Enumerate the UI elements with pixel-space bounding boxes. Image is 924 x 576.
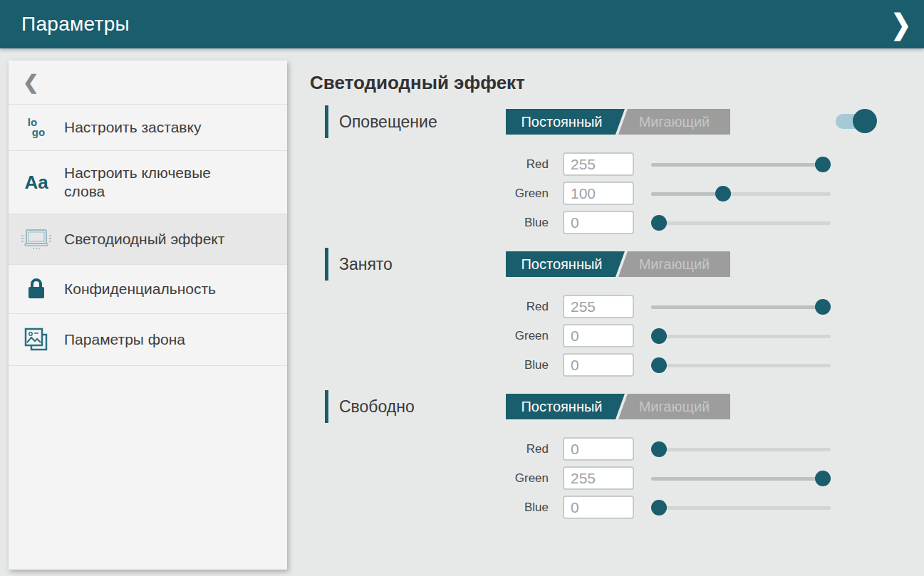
rgb-slider-group: Red Green Blue bbox=[310, 152, 924, 234]
section-accent-bar bbox=[325, 390, 328, 423]
sidebar-item-label: Конфиденциальность bbox=[64, 280, 216, 298]
led-section-list: Оповещение Постоянный Мигающий Red bbox=[310, 105, 924, 519]
rgb-slider[interactable] bbox=[651, 499, 831, 516]
mode-option-label: Постоянный bbox=[521, 256, 609, 273]
rgb-value-input[interactable] bbox=[563, 466, 634, 490]
rgb-slider-row: Green bbox=[310, 324, 924, 347]
logo-text-icon: lo go bbox=[28, 117, 45, 137]
sidebar-item-label: Настроить заставку bbox=[64, 118, 201, 137]
rgb-slider-row: Green bbox=[310, 466, 924, 490]
rgb-slider-group: Red Green Blue bbox=[310, 295, 924, 377]
slider-track[interactable] bbox=[651, 335, 831, 338]
lock-icon bbox=[26, 278, 46, 300]
mode-option-blinking[interactable]: Мигающий bbox=[618, 109, 730, 135]
mode-toggle: Постоянный Мигающий bbox=[506, 251, 730, 277]
slider-fill bbox=[651, 477, 823, 481]
led-section: Свободно Постоянный Мигающий Red Green bbox=[310, 390, 924, 519]
rgb-slider[interactable] bbox=[651, 470, 831, 487]
led-display-icon bbox=[21, 227, 52, 251]
section-accent-bar bbox=[325, 105, 328, 138]
slider-thumb[interactable] bbox=[651, 215, 667, 231]
rgb-slider-row: Blue bbox=[310, 211, 924, 234]
chevron-left-icon: ❮ bbox=[23, 71, 39, 94]
rgb-label: Blue bbox=[310, 216, 563, 230]
slider-track[interactable] bbox=[651, 448, 831, 451]
slider-thumb[interactable] bbox=[815, 157, 831, 172]
rgb-label: Green bbox=[310, 187, 563, 201]
mode-option-blinking[interactable]: Мигающий bbox=[618, 251, 730, 277]
rgb-slider-row: Blue bbox=[310, 353, 924, 377]
slider-fill bbox=[651, 163, 823, 167]
rgb-slider-row: Red bbox=[310, 295, 924, 318]
mode-option-label: Мигающий bbox=[639, 399, 710, 415]
rgb-slider[interactable] bbox=[651, 214, 831, 231]
rgb-slider[interactable] bbox=[651, 328, 831, 345]
slider-thumb[interactable] bbox=[651, 500, 667, 515]
led-effect-panel: Светодиодный эффект Оповещение Постоянны… bbox=[310, 60, 924, 576]
mode-option-label: Постоянный bbox=[521, 114, 609, 130]
rgb-value-input[interactable] bbox=[563, 353, 634, 377]
mode-option-label: Мигающий bbox=[639, 114, 710, 130]
rgb-value-input[interactable] bbox=[563, 437, 634, 461]
rgb-value-input[interactable] bbox=[563, 182, 634, 205]
rgb-label: Red bbox=[310, 442, 563, 456]
mode-option-blinking[interactable]: Мигающий bbox=[618, 394, 730, 419]
sidebar-item-2[interactable]: Светодиодный эффект bbox=[9, 214, 287, 265]
rgb-label: Blue bbox=[310, 358, 563, 372]
rgb-slider[interactable] bbox=[651, 357, 831, 374]
rgb-value-input[interactable] bbox=[563, 496, 634, 519]
slider-thumb[interactable] bbox=[715, 186, 731, 201]
rgb-slider-row: Blue bbox=[310, 496, 924, 519]
mode-option-constant[interactable]: Постоянный bbox=[506, 109, 625, 135]
back-button[interactable]: ❮ bbox=[9, 61, 287, 105]
rgb-slider-row: Green bbox=[310, 182, 924, 205]
rgb-value-input[interactable] bbox=[563, 152, 634, 176]
rgb-slider-group: Red Green Blue bbox=[310, 437, 924, 519]
sidebar-item-label: Настроить ключевые слова bbox=[64, 164, 242, 201]
rgb-label: Green bbox=[310, 471, 563, 486]
mode-toggle: Постоянный Мигающий bbox=[506, 394, 730, 419]
mode-option-label: Мигающий bbox=[639, 256, 710, 273]
led-section: Занято Постоянный Мигающий Red Green bbox=[310, 248, 924, 377]
rgb-value-input[interactable] bbox=[563, 295, 634, 318]
rgb-value-input[interactable] bbox=[563, 211, 634, 234]
led-section: Оповещение Постоянный Мигающий Red bbox=[310, 105, 924, 234]
rgb-slider[interactable] bbox=[651, 298, 831, 315]
slider-track[interactable] bbox=[651, 506, 831, 510]
mode-option-constant[interactable]: Постоянный bbox=[506, 394, 625, 419]
slider-thumb[interactable] bbox=[651, 357, 667, 373]
sidebar-item-1[interactable]: Aa Настроить ключевые слова bbox=[9, 151, 287, 214]
sidebar-item-label: Светодиодный эффект bbox=[64, 230, 224, 248]
mode-toggle: Постоянный Мигающий bbox=[506, 109, 730, 135]
panel-title: Светодиодный эффект bbox=[310, 72, 924, 94]
sidebar-item-list: lo go Настроить заставку Aa Настроить кл… bbox=[9, 105, 287, 366]
chevron-right-icon[interactable]: ❯ bbox=[891, 6, 912, 43]
rgb-slider[interactable] bbox=[651, 156, 831, 173]
rgb-slider-row: Red bbox=[310, 437, 924, 461]
sidebar-item-4[interactable]: Параметры фона bbox=[9, 314, 287, 366]
sidebar-item-0[interactable]: lo go Настроить заставку bbox=[9, 105, 287, 151]
rgb-label: Red bbox=[310, 157, 563, 172]
slider-thumb[interactable] bbox=[815, 299, 831, 315]
rgb-label: Red bbox=[310, 300, 563, 314]
slider-fill bbox=[651, 305, 823, 309]
slider-track[interactable] bbox=[651, 221, 831, 225]
mode-option-label: Постоянный bbox=[521, 399, 609, 415]
slider-thumb[interactable] bbox=[815, 471, 831, 486]
sidebar-item-label: Параметры фона bbox=[64, 330, 185, 349]
mode-option-constant[interactable]: Постоянный bbox=[506, 251, 625, 277]
keywords-aa-icon: Aa bbox=[24, 173, 48, 192]
rgb-label: Green bbox=[310, 329, 563, 343]
rgb-slider[interactable] bbox=[651, 185, 831, 202]
slider-thumb[interactable] bbox=[651, 441, 667, 457]
sidebar-item-3[interactable]: Конфиденциальность bbox=[9, 265, 287, 314]
rgb-value-input[interactable] bbox=[563, 324, 634, 347]
slider-fill bbox=[651, 192, 723, 196]
rgb-label: Blue bbox=[310, 501, 563, 515]
slider-track[interactable] bbox=[651, 364, 831, 367]
rgb-slider-row: Red bbox=[310, 152, 924, 176]
slider-thumb[interactable] bbox=[651, 328, 667, 344]
settings-sidebar: ❮ lo go Настроить заставку Aa Настроить … bbox=[9, 61, 287, 570]
led-enable-switch[interactable] bbox=[836, 108, 877, 134]
rgb-slider[interactable] bbox=[651, 441, 831, 458]
